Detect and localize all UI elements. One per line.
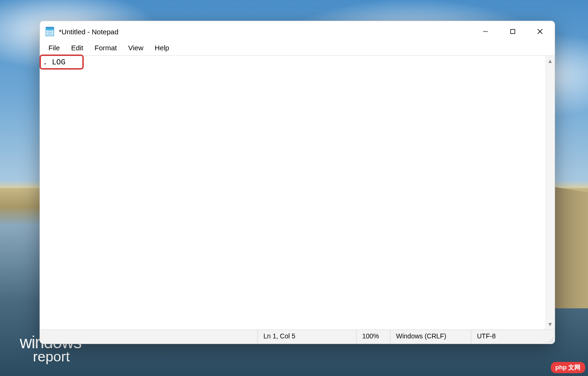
menu-view[interactable]: View xyxy=(123,42,149,53)
minimize-icon xyxy=(483,29,488,34)
titlebar[interactable]: *Untitled - Notepad xyxy=(40,21,555,42)
menu-format[interactable]: Format xyxy=(89,42,123,53)
svg-point-9 xyxy=(552,341,553,342)
menu-file[interactable]: File xyxy=(43,42,65,53)
statusbar: Ln 1, Col 5 100% Windows (CRLF) UTF-8 xyxy=(40,329,555,344)
editor-area: ▲ ▼ xyxy=(40,56,555,329)
menubar: File Edit Format View Help xyxy=(40,42,555,56)
svg-rect-1 xyxy=(511,30,515,34)
close-icon xyxy=(537,29,543,34)
svg-point-4 xyxy=(552,337,553,338)
close-button[interactable] xyxy=(526,21,554,42)
menu-help[interactable]: Help xyxy=(149,42,175,53)
notepad-window: *Untitled - Notepad File Edit Format Vie… xyxy=(40,21,555,344)
resize-grip-icon xyxy=(548,337,554,343)
maximize-button[interactable] xyxy=(499,21,526,42)
watermark-php: php 文网 xyxy=(551,362,585,373)
vertical-scrollbar[interactable]: ▲ ▼ xyxy=(545,56,555,329)
resize-grip[interactable] xyxy=(546,330,555,344)
watermark-line2: report xyxy=(33,350,81,363)
maximize-icon xyxy=(510,29,516,34)
svg-point-8 xyxy=(550,341,551,342)
status-encoding: UTF-8 xyxy=(471,330,546,344)
window-title: *Untitled - Notepad xyxy=(59,28,119,36)
scroll-up-icon[interactable]: ▲ xyxy=(548,58,553,64)
menu-edit[interactable]: Edit xyxy=(65,42,89,53)
status-spacer xyxy=(40,330,257,344)
text-editor[interactable] xyxy=(40,56,545,329)
svg-point-7 xyxy=(548,341,549,342)
notepad-icon xyxy=(46,27,54,36)
status-line-ending: Windows (CRLF) xyxy=(390,330,471,344)
window-controls xyxy=(472,21,554,42)
svg-point-5 xyxy=(550,339,551,340)
status-zoom: 100% xyxy=(356,330,390,344)
scroll-down-icon[interactable]: ▼ xyxy=(548,321,553,328)
status-position: Ln 1, Col 5 xyxy=(257,330,356,344)
minimize-button[interactable] xyxy=(472,21,499,42)
svg-point-6 xyxy=(552,339,553,340)
